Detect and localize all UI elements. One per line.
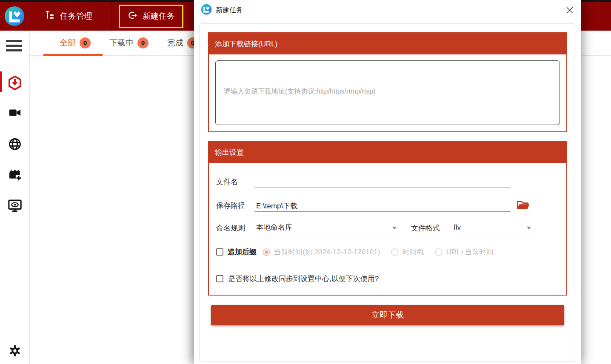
sidebar [0, 31, 30, 364]
tab-downloading-count-badge: 0 [137, 37, 148, 48]
tab-downloading-label: 下载中 [109, 37, 134, 48]
chevron-down-icon [527, 227, 531, 230]
link-plus-icon [127, 10, 137, 23]
append-suffix-checkbox[interactable] [216, 248, 223, 256]
sync-settings-checkbox[interactable] [216, 275, 223, 282]
sync-row: 是否将以上修改同步到设置中心,以便下次使用? [216, 274, 559, 284]
app-logo [4, 6, 25, 26]
radio-selected-icon [263, 248, 270, 256]
output-section-header: 输出设置 [209, 142, 566, 163]
browse-folder-button[interactable] [516, 199, 530, 212]
tab-completed-label: 完成 [167, 37, 183, 48]
tab-all-count-badge: 0 [80, 37, 91, 48]
url-section: 添加下载链接(URL) [208, 32, 567, 132]
new-task-label: 新建任务 [143, 11, 175, 22]
tab-all-label: 全部 [60, 37, 76, 48]
close-icon[interactable] [565, 6, 574, 15]
output-section-body: 文件名 保存路径 [209, 163, 566, 295]
naming-rule-label: 命名规则 [216, 223, 254, 234]
sidebar-item-settings[interactable] [9, 345, 21, 358]
nav-task-manager[interactable]: 任务管理 [44, 10, 92, 23]
open-folder-icon [516, 205, 530, 212]
sidebar-active-indicator [0, 71, 2, 92]
task-list-icon [44, 10, 55, 23]
task-manager-label: 任务管理 [60, 11, 92, 22]
radio-timestamp-label: 时间戳 [402, 247, 424, 257]
radio-current-time[interactable]: 当前时间(如:2024-12-12-120101) [263, 247, 380, 257]
save-path-label: 保存路径 [216, 201, 254, 212]
globe-icon [8, 145, 22, 153]
save-path-row: 保存路径 [216, 199, 559, 212]
radio-timestamp[interactable]: 时间戳 [391, 247, 424, 257]
radio-unselected-icon [391, 248, 399, 256]
suffix-radio-group: 当前时间(如:2024-12-12-120101) 时间戳 URL+当前时间 [263, 247, 494, 257]
film-plus-icon [8, 175, 22, 182]
output-section: 输出设置 文件名 保存路径 [208, 141, 567, 296]
naming-rule-select[interactable]: 本地命名库 [254, 223, 399, 234]
modal-title: 新建任务 [216, 6, 243, 15]
download-now-button[interactable]: 立即下载 [211, 305, 564, 325]
gear-icon [9, 351, 21, 358]
radio-url-time-label: URL+当前时间 [446, 247, 494, 257]
sync-settings-label: 是否将以上修改同步到设置中心,以便下次使用? [228, 274, 379, 284]
radio-current-time-label: 当前时间(如:2024-12-12-120101) [274, 247, 380, 257]
modal-logo [201, 4, 212, 17]
naming-rule-value: 本地命名库 [256, 222, 292, 232]
tab-downloading[interactable]: 下载中 0 [109, 31, 148, 55]
radio-unselected-icon [435, 248, 443, 256]
monitor-eye-icon [8, 207, 22, 214]
chevron-down-icon [392, 227, 397, 230]
format-select[interactable]: flv [452, 223, 534, 234]
save-path-input[interactable] [254, 200, 511, 212]
format-value: flv [454, 223, 461, 232]
url-section-header: 添加下载链接(URL) [209, 33, 566, 54]
append-suffix-label: 追加后缀 [228, 247, 257, 257]
hexagon-download-icon [7, 85, 23, 92]
naming-row: 命名规则 本地命名库 文件格式 flv [216, 223, 559, 234]
sidebar-item-video-capture[interactable] [8, 106, 22, 121]
filename-input[interactable] [254, 176, 511, 188]
sidebar-item-browser[interactable] [8, 137, 22, 153]
filename-label: 文件名 [216, 177, 254, 188]
header-divider [111, 2, 112, 31]
modal-titlebar: 新建任务 [194, 0, 581, 20]
tab-all[interactable]: 全部 0 [60, 31, 91, 55]
suffix-row: 追加后缀 当前时间(如:2024-12-12-120101) 时间戳 UR [216, 247, 559, 257]
sidebar-item-downloads[interactable] [7, 75, 23, 92]
modal-content-panel: 添加下载链接(URL) 输出设置 文件名 保存路径 [199, 23, 576, 362]
new-task-modal: 新建任务 添加下载链接(URL) 输出设置 文件名 保存路径 [194, 0, 581, 364]
video-camera-icon [8, 113, 22, 120]
new-task-button[interactable]: 新建任务 [119, 5, 183, 28]
hamburger-menu-icon[interactable] [6, 40, 29, 51]
radio-url-time[interactable]: URL+当前时间 [435, 247, 494, 257]
format-label: 文件格式 [411, 223, 452, 234]
sidebar-item-screen-monitor[interactable] [8, 198, 22, 214]
url-input[interactable] [215, 60, 560, 125]
sidebar-item-media-add[interactable] [8, 168, 22, 183]
url-section-body [209, 54, 566, 131]
filename-row: 文件名 [216, 176, 559, 188]
